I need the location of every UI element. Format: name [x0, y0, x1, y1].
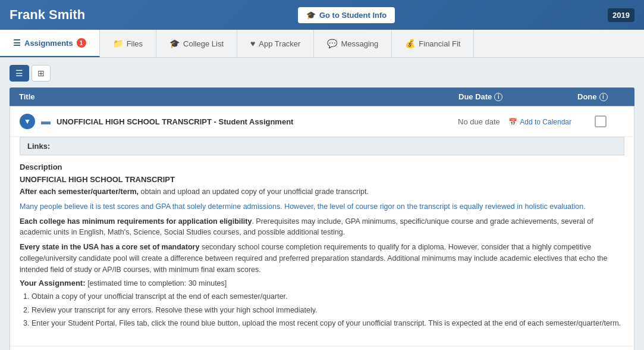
done-cell — [577, 115, 624, 127]
done-column-header: Done i — [577, 92, 625, 101]
tab-financial-fit-label: Financial Fit — [419, 39, 460, 48]
due-date-cell: No due date 📅 Add to Calendar — [458, 117, 577, 126]
done-checkbox[interactable] — [595, 115, 607, 127]
table-header: Title Due Date i Done i — [10, 88, 634, 106]
financial-fit-icon: 💰 — [405, 39, 415, 48]
messaging-icon: 💬 — [327, 39, 337, 48]
paragraph-1: After each semester/quarter/term, obtain… — [20, 186, 624, 198]
tab-financial-fit[interactable]: 💰 Financial Fit — [392, 30, 474, 57]
due-date-label: Due Date — [458, 92, 492, 101]
paragraph-4: Every state in the USA has a core set of… — [20, 242, 624, 275]
tab-assignments-label: Assignments — [24, 39, 73, 48]
tab-app-tracker[interactable]: ♥ App Tracker — [237, 30, 314, 57]
tab-files-label: Files — [127, 39, 143, 48]
college-list-icon: 🎓 — [169, 39, 180, 48]
comments-row[interactable]: Comments › — [10, 346, 634, 350]
assignment-type-icon: ▬ — [41, 116, 51, 127]
due-date-value: No due date — [458, 117, 500, 126]
step-2: Review your transcript for any errors. R… — [32, 304, 624, 317]
paragraph-2: Many people believe it is test scores an… — [20, 201, 624, 212]
year-badge: 2019 — [608, 8, 634, 22]
view-toggle: ☰ ⊞ — [10, 65, 634, 82]
title-column-header: Title — [19, 92, 458, 101]
due-date-column-header: Due Date i — [458, 92, 577, 101]
step-1: Obtain a copy of your unofficial transcr… — [32, 290, 624, 304]
expand-button[interactable]: ▼ — [20, 114, 35, 129]
tab-app-tracker-label: App Tracker — [259, 39, 300, 48]
description-label: Description — [20, 162, 624, 171]
grid-view-button[interactable]: ⊞ — [32, 65, 51, 82]
para3-bold: Each college has minimum requirements fo… — [20, 217, 252, 226]
student-info-label: Go to Student Info — [319, 11, 387, 20]
transcript-title: UNOFFICIAL HIGH SCHOOL TRANSCRIPT — [20, 175, 624, 184]
list-view-button[interactable]: ☰ — [10, 65, 29, 82]
assignment-details: Links: Description UNOFFICIAL HIGH SCHOO… — [10, 137, 634, 346]
tab-assignments[interactable]: ☰ Assignments 1 — [0, 30, 100, 57]
top-header: Frank Smith 🎓 Go to Student Info 2019 — [0, 0, 644, 30]
add-calendar-label: Add to Calendar — [520, 118, 571, 126]
para4-bold: Every state in the USA has a core set of… — [20, 243, 199, 251]
cap-icon: 🎓 — [306, 11, 316, 20]
assignment-row: ▼ ▬ UNOFFICIAL HIGH SCHOOL TRANSCRIPT - … — [10, 107, 634, 137]
add-to-calendar-button[interactable]: 📅 Add to Calendar — [508, 118, 571, 126]
tab-bar: ☰ Assignments 1 📁 Files 🎓 College List ♥… — [0, 30, 644, 58]
done-label: Done — [577, 92, 597, 101]
tab-college-list-label: College List — [183, 39, 224, 48]
step-3: Enter your Student Portal, Files tab, cl… — [32, 317, 624, 330]
assignments-icon: ☰ — [13, 38, 21, 48]
description-section: Description UNOFFICIAL HIGH SCHOOL TRANS… — [20, 162, 624, 330]
links-bar: Links: — [20, 137, 624, 155]
student-info-button[interactable]: 🎓 Go to Student Info — [298, 7, 395, 23]
assignment-title: UNOFFICIAL HIGH SCHOOL TRANSCRIPT - Stud… — [56, 117, 458, 126]
tab-college-list[interactable]: 🎓 College List — [156, 30, 237, 57]
app-tracker-icon: ♥ — [250, 39, 255, 48]
tab-messaging[interactable]: 💬 Messaging — [314, 30, 392, 57]
assignment-card: ▼ ▬ UNOFFICIAL HIGH SCHOOL TRANSCRIPT - … — [10, 106, 634, 350]
your-assignment-label: Your Assignment: [estimated time to comp… — [20, 279, 624, 288]
main-content: ☰ ⊞ Title Due Date i Done i ▼ ▬ UNOFFICI… — [0, 58, 644, 350]
paragraph-3: Each college has minimum requirements fo… — [20, 216, 624, 239]
files-icon: 📁 — [113, 39, 123, 48]
tab-messaging-label: Messaging — [341, 39, 378, 48]
done-info-icon[interactable]: i — [599, 93, 608, 101]
your-assignment-text: Your Assignment: — [20, 279, 86, 288]
assignments-badge: 1 — [77, 38, 86, 48]
para1-rest: obtain and upload an updated copy of you… — [139, 188, 369, 196]
calendar-icon: 📅 — [508, 118, 517, 126]
your-assignment-note: [estimated time to completion: 30 minute… — [87, 279, 227, 288]
assignment-steps: Obtain a copy of your unofficial transcr… — [20, 290, 624, 330]
due-date-info-icon[interactable]: i — [494, 93, 502, 101]
student-name: Frank Smith — [10, 7, 85, 23]
tab-files[interactable]: 📁 Files — [100, 30, 156, 57]
para1-bold: After each semester/quarter/term, — [20, 188, 139, 196]
